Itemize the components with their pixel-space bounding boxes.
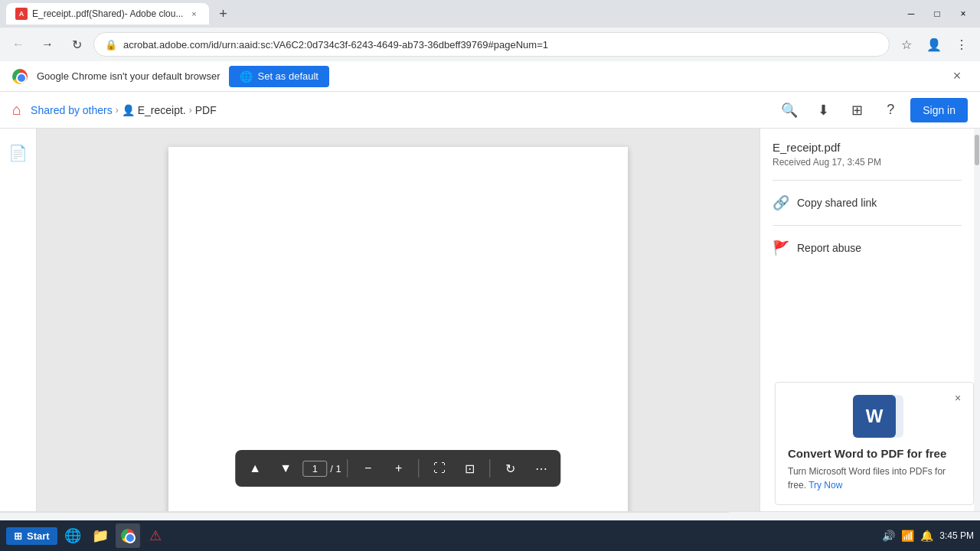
start-button[interactable]: ⊞ Start <box>6 527 57 545</box>
breadcrumb: Shared by others › 👤 E_receipt. › PDF <box>31 104 217 116</box>
taskbar-notification-icon[interactable]: 🔔 <box>920 530 933 542</box>
toolbar-icons: ☆ 👤 ⋮ <box>894 32 974 57</box>
flag-icon: 🚩 <box>773 240 789 256</box>
new-tab-button[interactable]: + <box>212 3 234 24</box>
word-doc-icon: W <box>853 395 896 438</box>
panel-file-name: E_receipt.pdf <box>773 141 962 154</box>
taskbar-network-icon[interactable]: 📶 <box>901 530 914 542</box>
toolbar-separator-3 <box>490 459 491 478</box>
chrome-logo-icon <box>12 69 28 84</box>
promo-card: × W Convert Word to PDF for free Turn Mi… <box>775 382 974 505</box>
bottom-bar <box>0 511 980 520</box>
try-now-link[interactable]: Try Now <box>808 480 842 491</box>
taskbar-ie-icon[interactable]: 🌐 <box>60 523 85 548</box>
url-text: acrobat.adobe.com/id/urn:aaid:sc:VA6C2:0… <box>123 39 878 51</box>
zoom-out-button[interactable]: − <box>354 455 382 482</box>
default-browser-banner: Google Chrome isn't your default browser… <box>0 61 980 92</box>
bookmark-star-icon[interactable]: ☆ <box>894 32 919 57</box>
download-button[interactable]: ⬇ <box>809 96 837 124</box>
start-icon: ⊞ <box>14 530 22 542</box>
toolbar-separator-2 <box>419 459 420 478</box>
sign-in-button[interactable]: Sign in <box>910 98 968 122</box>
fit-width-button[interactable]: ⛶ <box>426 455 453 482</box>
zoom-in-button[interactable]: + <box>385 455 413 482</box>
taskbar-folder-icon[interactable]: 📁 <box>88 523 113 548</box>
breadcrumb-shared-by-others[interactable]: Shared by others <box>31 104 113 116</box>
menu-icon[interactable]: ⋮ <box>949 32 974 57</box>
search-button[interactable]: 🔍 <box>776 96 803 124</box>
taskbar-chrome-icon[interactable] <box>116 523 140 548</box>
copy-shared-link-action[interactable]: 🔗 Copy shared link <box>773 187 962 219</box>
total-pages-label: / 1 <box>330 463 341 474</box>
breadcrumb-file-item: 👤 E_receipt. <box>122 104 186 116</box>
reload-button[interactable]: ↻ <box>64 32 89 57</box>
right-panel-wrapper: E_receipt.pdf Received Aug 17, 3:45 PM 🔗… <box>760 129 980 511</box>
copy-shared-link-label: Copy shared link <box>797 197 877 209</box>
right-panel-scrollbar[interactable] <box>974 129 980 511</box>
file-person-icon: 👤 <box>122 104 135 116</box>
profile-icon[interactable]: 👤 <box>922 32 946 57</box>
promo-description: Turn Microsoft Word files into PDFs for … <box>788 465 961 492</box>
pdf-viewer: ▲ ▼ / 1 − + ⛶ ⊡ ↻ ⋯ <box>37 129 760 511</box>
title-bar: A E_receipt..pdf(Shared)- Adobe clou... … <box>0 0 980 28</box>
tab-close-button[interactable]: × <box>188 8 200 20</box>
promo-title: Convert Word to PDF for free <box>788 447 961 460</box>
set-default-chrome-icon: 🌐 <box>240 70 253 83</box>
taskbar-time: 3:45 PM <box>939 530 974 541</box>
left-sidebar: 📄 <box>0 129 37 511</box>
page-number-input[interactable] <box>302 461 327 477</box>
pdf-toolbar: ▲ ▼ / 1 − + ⛶ ⊡ ↻ ⋯ <box>235 450 560 487</box>
report-abuse-action[interactable]: 🚩 Report abuse <box>773 232 962 264</box>
address-bar[interactable]: 🔒 acrobat.adobe.com/id/urn:aaid:sc:VA6C2… <box>93 32 890 57</box>
window-controls: ─ □ × <box>900 7 974 21</box>
active-tab[interactable]: A E_receipt..pdf(Shared)- Adobe clou... … <box>6 3 209 24</box>
set-default-button[interactable]: 🌐 Set as default <box>229 66 329 87</box>
banner-close-button[interactable]: × <box>946 66 968 87</box>
right-panel: E_receipt.pdf Received Aug 17, 3:45 PM 🔗… <box>760 129 974 511</box>
tab-favicon: A <box>15 8 28 20</box>
help-button[interactable]: ? <box>877 96 904 124</box>
main-content: 📄 ▲ ▼ / 1 − + ⛶ ⊡ ↻ ⋯ <box>0 129 980 511</box>
close-button[interactable]: × <box>952 7 974 21</box>
taskbar-right: 🔊 📶 🔔 3:45 PM <box>882 530 974 542</box>
link-icon: 🔗 <box>773 194 789 211</box>
tab-title: E_receipt..pdf(Shared)- Adobe clou... <box>32 8 183 19</box>
maximize-button[interactable]: □ <box>926 7 948 21</box>
prev-page-button[interactable]: ▲ <box>241 455 269 482</box>
panel-file-meta: Received Aug 17, 3:45 PM <box>773 157 962 168</box>
header-actions: 🔍 ⬇ ⊞ ? Sign in <box>776 96 968 124</box>
tab-bar: A E_receipt..pdf(Shared)- Adobe clou... … <box>6 3 234 24</box>
panel-divider-1 <box>773 180 962 181</box>
right-panel-content: E_receipt.pdf Received Aug 17, 3:45 PM 🔗… <box>760 129 974 276</box>
lock-icon: 🔒 <box>105 39 117 51</box>
minimize-button[interactable]: ─ <box>900 7 922 21</box>
start-label: Start <box>27 530 50 542</box>
taskbar: ⊞ Start 🌐 📁 ⚠ 🔊 📶 🔔 3:45 PM <box>0 520 980 551</box>
back-button[interactable]: ← <box>6 32 31 57</box>
home-icon[interactable]: ⌂ <box>12 101 21 119</box>
toolbar-separator-1 <box>348 459 348 478</box>
report-abuse-label: Report abuse <box>797 242 861 254</box>
browser-toolbar: ← → ↻ 🔒 acrobat.adobe.com/id/urn:aaid:sc… <box>0 28 980 61</box>
taskbar-volume-icon[interactable]: 🔊 <box>882 530 895 542</box>
banner-message: Google Chrome isn't your default browser <box>37 70 220 82</box>
scrollbar-thumb[interactable] <box>975 135 979 165</box>
taskbar-warning-icon[interactable]: ⚠ <box>143 523 168 548</box>
more-tools-button[interactable]: ⋯ <box>528 455 555 482</box>
fit-page-button[interactable]: ⊡ <box>456 455 484 482</box>
sidebar-doc-icon[interactable]: 📄 <box>3 138 34 168</box>
breadcrumb-separator-2: › <box>189 105 192 116</box>
layout-button[interactable]: ⊞ <box>843 96 871 124</box>
breadcrumb-separator-1: › <box>116 105 119 116</box>
app-header: ⌂ Shared by others › 👤 E_receipt. › PDF … <box>0 92 980 129</box>
forward-button[interactable]: → <box>35 32 60 57</box>
promo-icon-area: W <box>788 395 961 438</box>
breadcrumb-format: PDF <box>195 104 217 116</box>
rotate-button[interactable]: ↻ <box>497 455 524 482</box>
next-page-button[interactable]: ▼ <box>272 455 299 482</box>
panel-divider-2 <box>773 225 962 226</box>
